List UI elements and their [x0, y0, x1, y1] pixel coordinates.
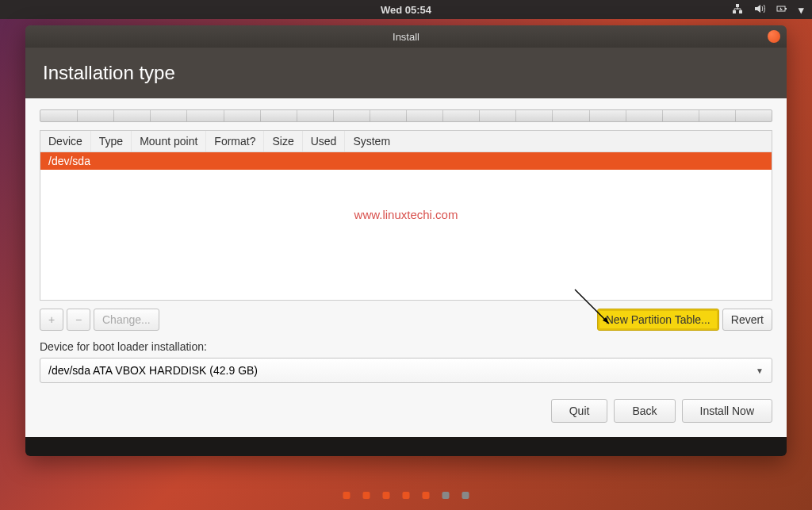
col-size[interactable]: Size [264, 131, 302, 151]
dot-5[interactable] [423, 492, 430, 499]
close-icon[interactable] [768, 30, 780, 43]
network-icon[interactable] [732, 3, 743, 17]
dot-2[interactable] [363, 492, 370, 499]
quit-button[interactable]: Quit [551, 399, 608, 423]
col-mount[interactable]: Mount point [132, 131, 206, 151]
content-area: Device Type Mount point Format? Size Use… [25, 98, 787, 437]
bootloader-select[interactable]: /dev/sda ATA VBOX HARDDISK (42.9 GB) ▼ [40, 358, 772, 383]
dot-3[interactable] [383, 492, 390, 499]
dot-4[interactable] [403, 492, 410, 499]
table-header: Device Type Mount point Format? Size Use… [40, 131, 772, 152]
window-footer-strip [25, 437, 787, 456]
bootloader-label: Device for boot loader installation: [40, 340, 772, 353]
menu-arrow-icon[interactable]: ▾ [799, 4, 804, 16]
bootloader-value: /dev/sda ATA VBOX HARDDISK (42.9 GB) [48, 364, 258, 377]
clock: Wed 05:54 [381, 4, 431, 16]
add-partition-button[interactable]: + [40, 309, 63, 331]
new-partition-table-button[interactable]: New Partition Table... [597, 309, 719, 331]
row-device: /dev/sda [48, 155, 90, 167]
svg-rect-0 [736, 4, 739, 7]
chevron-down-icon: ▼ [756, 366, 764, 375]
svg-rect-1 [733, 10, 736, 13]
remove-partition-button[interactable]: − [67, 309, 90, 331]
partition-table[interactable]: Device Type Mount point Format? Size Use… [40, 130, 772, 301]
system-tray: ▾ [732, 3, 804, 17]
col-used[interactable]: Used [303, 131, 346, 151]
col-system[interactable]: System [345, 131, 772, 151]
svg-rect-4 [785, 8, 787, 10]
window-title: Install [393, 31, 419, 43]
revert-button[interactable]: Revert [722, 309, 772, 331]
col-format[interactable]: Format? [206, 131, 264, 151]
change-partition-button[interactable]: Change... [94, 309, 159, 331]
svg-rect-2 [739, 10, 742, 13]
col-type[interactable]: Type [91, 131, 132, 151]
volume-icon[interactable] [754, 3, 765, 17]
dot-1[interactable] [343, 492, 350, 499]
back-button[interactable]: Back [614, 399, 675, 423]
col-device[interactable]: Device [40, 131, 91, 151]
dot-7[interactable] [462, 492, 469, 499]
installer-window: Install Installation type Device Type Mo… [25, 25, 787, 456]
table-row[interactable]: /dev/sda [40, 152, 772, 170]
partition-button-row: + − Change... New Partition Table... Rev… [40, 309, 772, 331]
page-title: Installation type [25, 48, 787, 98]
watermark-text: www.linuxtechi.com [354, 208, 458, 221]
dot-6[interactable] [442, 492, 450, 499]
window-titlebar[interactable]: Install [25, 25, 787, 48]
disk-usage-bar[interactable] [40, 109, 772, 122]
footer-buttons: Quit Back Install Now [40, 399, 772, 423]
battery-icon[interactable] [776, 3, 787, 17]
carousel-dots [343, 492, 469, 499]
system-topbar: Wed 05:54 ▾ [0, 0, 812, 19]
install-now-button[interactable]: Install Now [682, 399, 772, 423]
